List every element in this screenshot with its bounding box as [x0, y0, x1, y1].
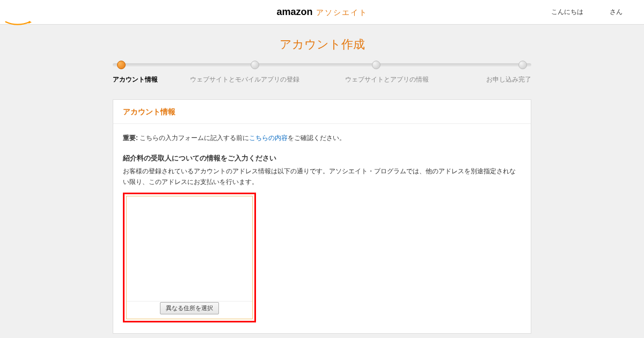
progress-label-3: ウェブサイトとアプリの情報: [318, 75, 456, 84]
important-label: 重要:: [123, 134, 138, 142]
select-different-address-button[interactable]: 異なる住所を選択: [160, 302, 219, 314]
account-info-card: アカウント情報 重要: こちらの入力フォームに記入する前にこちらの内容をご確認く…: [113, 99, 531, 334]
card-body: 重要: こちらの入力フォームに記入する前にこちらの内容をご確認ください。 紹介料…: [113, 124, 531, 333]
important-text-after: をご確認ください。: [288, 134, 346, 142]
greeting: こんにちは さん: [551, 8, 623, 17]
progress-label-2: ウェブサイトとモバイルアプリの登録: [171, 75, 318, 84]
greeting-suffix: さん: [610, 8, 623, 16]
important-notice: 重要: こちらの入力フォームに記入する前にこちらの内容をご確認ください。: [123, 133, 521, 143]
greeting-prefix: こんにちは: [551, 8, 583, 16]
progress-label-4: お申し込み完了: [456, 75, 531, 84]
payee-section-title: 紹介料の受取人についての情報をご入力ください: [123, 153, 521, 164]
progress-track: [113, 61, 531, 69]
progress-bar: [113, 63, 531, 67]
address-highlight-box: 異なる住所を選択: [123, 193, 256, 322]
card-header: アカウント情報: [113, 100, 531, 124]
page-title: アカウント作成: [0, 36, 644, 53]
progress-node-2: [251, 61, 259, 69]
logo[interactable]: amazon アソシエイト: [276, 6, 367, 18]
progress-node-1: [117, 61, 126, 69]
logo-primary: amazon: [276, 6, 312, 18]
app-header: amazon アソシエイト こんにちは さん: [0, 0, 644, 25]
progress-node-3: [372, 61, 380, 69]
address-separator: [127, 301, 252, 302]
address-box: 異なる住所を選択: [126, 196, 253, 319]
smile-icon: [4, 21, 32, 26]
payee-section-desc: お客様の登録されているアカウントのアドレス情報は以下の通りです。アソシエイト・プ…: [123, 166, 521, 188]
progress-stepper: アカウント情報 ウェブサイトとモバイルアプリの登録 ウェブサイトとアプリの情報 …: [113, 61, 531, 84]
logo-secondary: アソシエイト: [316, 8, 368, 18]
important-text-before: こちらの入力フォームに記入する前に: [138, 134, 249, 142]
important-link[interactable]: こちらの内容: [249, 134, 288, 142]
progress-labels: アカウント情報 ウェブサイトとモバイルアプリの登録 ウェブサイトとアプリの情報 …: [113, 75, 531, 84]
progress-node-4: [518, 61, 527, 69]
progress-label-1: アカウント情報: [113, 75, 171, 84]
